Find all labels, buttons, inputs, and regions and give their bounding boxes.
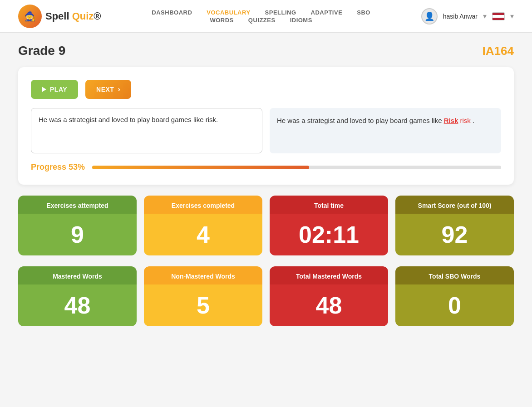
- play-label: PLAY: [50, 86, 67, 93]
- stat-value-3: 0: [395, 284, 514, 326]
- stat-card-0: Exercises attempted9: [18, 196, 137, 255]
- nav-row-1: DASHBOARD VOCABULARY SPELLING ADAPTIVE S…: [152, 9, 370, 16]
- logo-area: 🧙 Spell Quiz®: [18, 5, 101, 28]
- text-areas: He was a strategist and loved to play bo…: [31, 108, 501, 153]
- progress-bar-background: [92, 166, 501, 169]
- logo-text: Spell Quiz®: [45, 10, 101, 22]
- grade-title: Grade 9: [18, 44, 65, 58]
- nav-sbo[interactable]: SBO: [357, 9, 370, 16]
- stat-card-3: Smart Score (out of 100)92: [395, 196, 514, 255]
- stat-title-2: Total Mastered Words: [270, 266, 388, 284]
- stat-card-2: Total time02:11: [270, 196, 388, 255]
- nav-quizzes[interactable]: QUIZZES: [248, 17, 276, 24]
- user-area: 👤 hasib Anwar ▾ ▾: [421, 8, 514, 25]
- code-badge: IA164: [483, 44, 514, 58]
- main-content: Grade 9 IA164 PLAY NEXT › He was a strat…: [0, 33, 532, 348]
- stat-value-3: 92: [395, 214, 514, 255]
- stats-grid-2: Mastered Words48Non-Mastered Words5Total…: [18, 266, 514, 326]
- language-flag[interactable]: [492, 12, 505, 20]
- stat-card-0: Mastered Words48: [18, 266, 137, 326]
- sentence-prefix: He was a strategist and loved to play bo…: [277, 117, 444, 124]
- stat-title-3: Smart Score (out of 100): [395, 196, 514, 214]
- next-label: NEXT: [96, 86, 114, 93]
- progress-label: Progress 53%: [31, 162, 85, 172]
- play-button[interactable]: PLAY: [31, 80, 78, 99]
- stat-title-3: Total SBO Words: [395, 266, 514, 284]
- next-arrow-icon: ›: [118, 85, 120, 93]
- stat-card-3: Total SBO Words0: [395, 266, 514, 326]
- nav-center: DASHBOARD VOCABULARY SPELLING ADAPTIVE S…: [152, 9, 370, 24]
- stat-value-0: 48: [18, 284, 137, 326]
- play-icon: [42, 87, 46, 92]
- sentence-suffix: .: [471, 117, 474, 124]
- flag-dropdown-icon[interactable]: ▾: [510, 12, 514, 20]
- avatar: 👤: [421, 8, 438, 25]
- stat-title-1: Exercises completed: [144, 196, 262, 214]
- page-header: Grade 9 IA164: [18, 44, 514, 58]
- logo-icon: 🧙: [18, 5, 42, 28]
- stat-title-2: Total time: [270, 196, 388, 214]
- stats-grid-1: Exercises attempted9Exercises completed4…: [18, 196, 514, 255]
- stat-value-1: 4: [144, 214, 262, 255]
- stat-card-1: Non-Mastered Words5: [144, 266, 262, 326]
- progress-bar-fill: [92, 166, 309, 169]
- sentence-input[interactable]: He was a strategist and loved to play bo…: [31, 108, 262, 153]
- stat-card-1: Exercises completed4: [144, 196, 262, 255]
- nav-vocabulary[interactable]: VOCABULARY: [207, 9, 250, 16]
- main-card: PLAY NEXT › He was a strategist and love…: [18, 67, 514, 185]
- next-button[interactable]: NEXT ›: [85, 80, 131, 99]
- nav-dashboard[interactable]: DASHBOARD: [152, 9, 192, 16]
- stat-value-2: 02:11: [270, 214, 388, 255]
- progress-section: Progress 53%: [31, 162, 501, 172]
- stat-value-2: 48: [270, 284, 388, 326]
- word-strikethrough: risk: [460, 117, 470, 124]
- nav-words[interactable]: WORDS: [210, 17, 233, 24]
- stat-value-1: 5: [144, 284, 262, 326]
- button-row: PLAY NEXT ›: [31, 80, 501, 99]
- nav-spelling[interactable]: SPELLING: [265, 9, 296, 16]
- user-name[interactable]: hasib Anwar: [443, 13, 478, 20]
- stat-card-2: Total Mastered Words48: [270, 266, 388, 326]
- nav-row-2: WORDS QUIZZES IDIOMS: [210, 17, 312, 24]
- user-dropdown-icon[interactable]: ▾: [483, 12, 487, 20]
- stat-title-1: Non-Mastered Words: [144, 266, 262, 284]
- stat-title-0: Mastered Words: [18, 266, 137, 284]
- stat-value-0: 9: [18, 214, 137, 255]
- nav-adaptive[interactable]: ADAPTIVE: [311, 9, 343, 16]
- word-correct: Risk: [444, 117, 458, 124]
- nav-idioms[interactable]: IDIOMS: [290, 17, 312, 24]
- navbar: 🧙 Spell Quiz® DASHBOARD VOCABULARY SPELL…: [0, 0, 532, 33]
- sentence-display: He was a strategist and loved to play bo…: [270, 108, 501, 153]
- stat-title-0: Exercises attempted: [18, 196, 137, 214]
